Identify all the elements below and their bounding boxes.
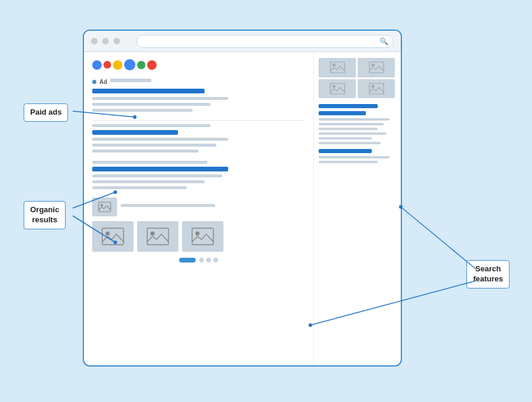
ad-text: Ad <box>99 79 107 85</box>
sidebar-gray-6 <box>319 142 381 144</box>
svg-point-5 <box>151 232 155 236</box>
sidebar-thumb-3 <box>319 79 356 99</box>
org1-line-2 <box>92 144 216 147</box>
organic-result-2 <box>92 161 305 189</box>
logo-area <box>92 59 305 70</box>
sidebar-gray-1 <box>319 118 390 121</box>
browser-titlebar: 🔍 <box>84 31 401 52</box>
search-features-annotation: Search features <box>466 260 510 288</box>
paid-ad-block <box>92 89 305 112</box>
sidebar-text-1 <box>319 104 395 163</box>
organic-results-annotation: Organic results <box>24 201 66 229</box>
scene: 🔍 <box>12 12 520 390</box>
page-prev <box>179 258 196 262</box>
ad-bar <box>110 79 151 82</box>
org1-line-0 <box>92 124 210 127</box>
sidebar-gray-2 <box>319 123 384 125</box>
svg-point-11 <box>371 64 374 67</box>
sidebar-gray-8 <box>319 161 378 163</box>
bottom-image-3 <box>182 221 223 252</box>
sidebar-gray-4 <box>319 132 387 135</box>
svg-rect-10 <box>369 62 384 73</box>
svg-point-13 <box>332 85 335 87</box>
organic-result-1 <box>92 124 305 153</box>
svg-rect-6 <box>192 228 213 245</box>
search-bar[interactable]: 🔍 <box>137 35 394 48</box>
search-icon: 🔍 <box>379 37 388 46</box>
sidebar-blue-bar-3 <box>319 149 372 153</box>
logo-dot-1 <box>92 60 102 70</box>
sidebar-thumb-4 <box>358 79 395 99</box>
page-dot-3 <box>213 258 218 262</box>
svg-rect-12 <box>330 83 345 94</box>
image-row-bar <box>121 204 215 207</box>
small-image-1 <box>92 197 117 216</box>
sidebar-gray-3 <box>319 128 378 130</box>
pagination <box>92 258 305 262</box>
svg-rect-14 <box>369 83 384 94</box>
bottom-image-2 <box>137 221 179 252</box>
svg-rect-4 <box>147 228 168 245</box>
svg-point-15 <box>371 85 374 87</box>
browser-window: 🔍 <box>83 30 402 367</box>
org2-line-2 <box>92 180 205 183</box>
bottom-image-1 <box>92 221 134 252</box>
svg-point-3 <box>106 232 110 236</box>
org2-line-0 <box>92 161 207 164</box>
page-dot-2 <box>206 258 211 262</box>
divider-1 <box>92 120 305 121</box>
logo-dot-6 <box>147 60 157 70</box>
ad-label: Ad <box>92 79 305 85</box>
svg-line-22 <box>401 207 476 269</box>
logo-dot-3 <box>113 60 122 70</box>
svg-point-7 <box>196 232 200 236</box>
org1-title <box>92 130 178 135</box>
logo-dot-2 <box>103 61 111 69</box>
org2-line-1 <box>92 174 222 177</box>
browser-content: Ad <box>84 52 401 365</box>
sidebar-blue-bar-1 <box>319 104 378 108</box>
page-dots <box>199 258 218 262</box>
logo-dot-5 <box>137 61 145 69</box>
ad-line-3 <box>92 109 193 112</box>
svg-point-9 <box>332 64 335 67</box>
paid-ads-annotation: Paid ads <box>24 103 68 122</box>
traffic-light-3 <box>113 38 120 44</box>
svg-point-1 <box>100 204 103 206</box>
svg-rect-8 <box>330 62 345 73</box>
svg-rect-2 <box>102 228 124 245</box>
org2-line-3 <box>92 186 187 189</box>
sidebar-thumb-1 <box>319 58 356 77</box>
sidebar-gray-7 <box>319 156 390 158</box>
sidebar-blue-bar-2 <box>319 111 366 115</box>
sidebar-results <box>313 52 401 365</box>
bottom-images <box>92 221 305 252</box>
sidebar-gray-5 <box>319 137 372 140</box>
page-dot-1 <box>199 258 204 262</box>
ad-title-bar <box>92 89 205 93</box>
image-feature-row <box>92 197 305 216</box>
logo-dot-4 <box>124 59 135 70</box>
sidebar-image-grid <box>319 58 395 98</box>
org2-title <box>92 167 228 171</box>
traffic-light-1 <box>91 38 98 44</box>
ad-line-1 <box>92 97 228 100</box>
ad-dot <box>92 80 96 84</box>
ad-line-2 <box>92 103 210 106</box>
org1-line-3 <box>92 150 199 153</box>
org1-line-1 <box>92 138 228 141</box>
svg-rect-0 <box>99 202 111 212</box>
main-results: Ad <box>84 52 313 365</box>
traffic-light-2 <box>102 38 109 44</box>
sidebar-thumb-2 <box>358 58 395 77</box>
logo-dots <box>92 59 157 70</box>
